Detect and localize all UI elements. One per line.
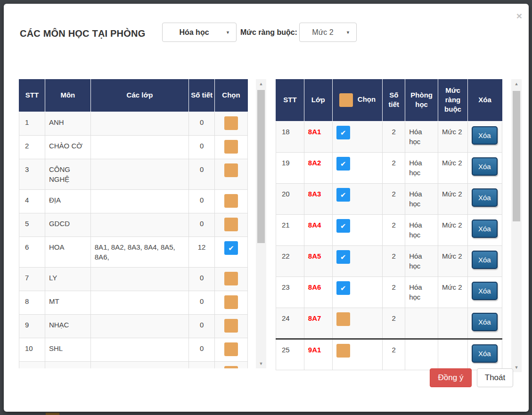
row-checkbox[interactable] <box>336 312 350 326</box>
cell-so-tiet: 2 <box>383 121 405 152</box>
row-checkbox[interactable] <box>224 272 238 285</box>
confirm-button[interactable]: Đồng ý <box>430 368 472 387</box>
scroll-down-icon[interactable]: ▼ <box>256 360 266 367</box>
cell-lop: 8A6 <box>304 277 332 308</box>
room-classes-table-scrollbar[interactable]: ▲ ▼ <box>511 79 522 372</box>
col-header-chon: Chọn <box>332 79 383 121</box>
row-checkbox[interactable] <box>224 194 238 208</box>
delete-button[interactable]: Xóa <box>472 344 498 363</box>
cell-chon <box>215 189 248 213</box>
cell-chon: ✔ <box>332 214 383 245</box>
cell-lop: 8A7 <box>304 308 332 339</box>
cell-stt: 1 <box>19 112 45 135</box>
cell-xoa: Xóa <box>467 245 502 277</box>
col-header-chon: Chọn <box>215 79 248 112</box>
cell-stt: 23 <box>276 277 304 308</box>
cell-mon: NHẠC <box>45 314 90 338</box>
row-checkbox[interactable] <box>224 116 238 130</box>
cell-muc-rang-buoc: Mức 2 <box>438 183 468 214</box>
cell-so-tiet: 2 <box>383 245 405 277</box>
row-checkbox[interactable]: ✔ <box>336 250 350 264</box>
table-row: 4 ĐỊA 0 <box>19 189 248 213</box>
row-checkbox[interactable] <box>224 366 238 369</box>
table-row: 20 8A3 ✔ 2 Hóa học Mức 2 Xóa <box>276 183 502 214</box>
delete-button[interactable]: Xóa <box>472 220 498 238</box>
row-checkbox[interactable]: ✔ <box>336 219 350 233</box>
cell-so-tiet: 0 <box>189 267 215 291</box>
scroll-up-icon[interactable]: ▲ <box>256 80 266 88</box>
cell-so-tiet: 2 <box>383 339 405 370</box>
col-header-cac-lop: Các lớp <box>90 79 188 112</box>
table-row: 11 SINH 0 <box>19 361 248 368</box>
cell-lop: 9A1 <box>304 339 332 370</box>
row-checkbox[interactable] <box>224 295 238 309</box>
cell-stt: 21 <box>276 214 304 245</box>
table-row: 5 GDCD 0 <box>19 213 248 236</box>
exit-button[interactable]: Thoát <box>477 368 513 387</box>
close-icon[interactable]: × <box>514 10 525 22</box>
table-header-row: STT Môn Các lớp Số tiết Chọn <box>19 79 248 112</box>
room-classes-table-pane[interactable]: STT Lớp Chọn Số tiết Phòng học Mức ràng … <box>276 79 502 372</box>
row-checkbox[interactable]: ✔ <box>336 126 350 139</box>
cell-chon: ✔ <box>332 121 383 152</box>
cell-cac-lop <box>90 267 188 291</box>
subjects-table-pane[interactable]: STT Môn Các lớp Số tiết Chọn 1 ANH 0 2 C… <box>19 79 248 368</box>
background-page-fragment <box>46 413 59 415</box>
cell-stt: 6 <box>19 236 45 267</box>
delete-button[interactable]: Xóa <box>472 188 498 207</box>
cell-so-tiet: 2 <box>383 277 405 308</box>
row-checkbox[interactable]: ✔ <box>336 157 350 171</box>
cell-lop: 8A4 <box>304 214 332 245</box>
cell-mon: SHL <box>45 338 90 361</box>
cell-mon: ĐỊA <box>45 189 90 213</box>
row-checkbox[interactable] <box>336 344 350 358</box>
subject-select[interactable]: Hóa học ▼ <box>162 23 237 42</box>
table-row: 3 CÔNG NGHỆ 0 <box>19 159 248 189</box>
table-row: 22 8A5 ✔ 2 Hóa học Mức 2 Xóa <box>276 245 502 277</box>
cell-stt: 19 <box>276 152 304 183</box>
constraint-level-select[interactable]: Mức 2 ▼ <box>299 23 357 42</box>
cell-mon: CÔNG NGHỆ <box>45 159 90 189</box>
cell-chon <box>332 339 383 370</box>
cell-so-tiet: 2 <box>383 214 405 245</box>
delete-button[interactable]: Xóa <box>472 282 498 300</box>
subjects-table-scrollbar[interactable]: ▲ ▼ <box>256 79 266 368</box>
delete-button[interactable]: Xóa <box>472 251 498 269</box>
table-header-row: STT Lớp Chọn Số tiết Phòng học Mức ràng … <box>276 79 502 121</box>
scrollbar-thumb[interactable] <box>513 91 520 221</box>
scroll-up-icon[interactable]: ▲ <box>511 80 522 88</box>
subjects-room-modal: × CÁC MÔN HỌC TẠI PHÒNG Hóa học ▼ Mức rà… <box>4 4 529 412</box>
row-checkbox[interactable]: ✔ <box>336 281 350 295</box>
cell-cac-lop <box>90 213 188 236</box>
row-checkbox[interactable]: ✔ <box>224 241 238 255</box>
table-row: 10 SHL 0 <box>19 338 248 361</box>
row-checkbox[interactable] <box>224 163 238 177</box>
subject-select-value: Hóa học <box>163 28 226 37</box>
cell-chon <box>215 291 248 314</box>
cell-so-tiet: 0 <box>189 361 215 368</box>
row-checkbox[interactable] <box>224 319 238 333</box>
cell-lop: 8A1 <box>304 121 332 152</box>
row-checkbox[interactable] <box>224 140 238 154</box>
row-checkbox[interactable] <box>224 218 238 231</box>
col-header-phong-hoc: Phòng học <box>405 79 438 121</box>
cell-muc-rang-buoc: Mức 2 <box>438 152 468 183</box>
delete-button[interactable]: Xóa <box>472 313 498 331</box>
cell-cac-lop: 8A1, 8A2, 8A3, 8A4, 8A5, 8A6, <box>90 236 188 267</box>
cell-mon: GDCD <box>45 213 90 236</box>
cell-mon: SINH <box>45 361 90 368</box>
delete-button[interactable]: Xóa <box>472 157 498 176</box>
select-all-checkbox[interactable] <box>339 93 353 107</box>
row-checkbox[interactable]: ✔ <box>336 188 350 202</box>
row-checkbox[interactable] <box>224 342 238 356</box>
col-header-chon-label: Chọn <box>358 95 376 103</box>
table-row: 18 8A1 ✔ 2 Hóa học Mức 2 Xóa <box>276 121 502 152</box>
cell-muc-rang-buoc: Mức 2 <box>438 245 468 277</box>
cell-stt: 24 <box>276 308 304 339</box>
cell-phong-hoc: Hóa học <box>405 121 438 152</box>
scrollbar-thumb[interactable] <box>257 90 265 243</box>
delete-button[interactable]: Xóa <box>472 126 498 145</box>
cell-so-tiet: 0 <box>189 213 215 236</box>
table-row: 19 8A2 ✔ 2 Hóa học Mức 2 Xóa <box>276 152 502 183</box>
table-row: 23 8A6 ✔ 2 Hóa học Mức 2 Xóa <box>276 277 502 308</box>
